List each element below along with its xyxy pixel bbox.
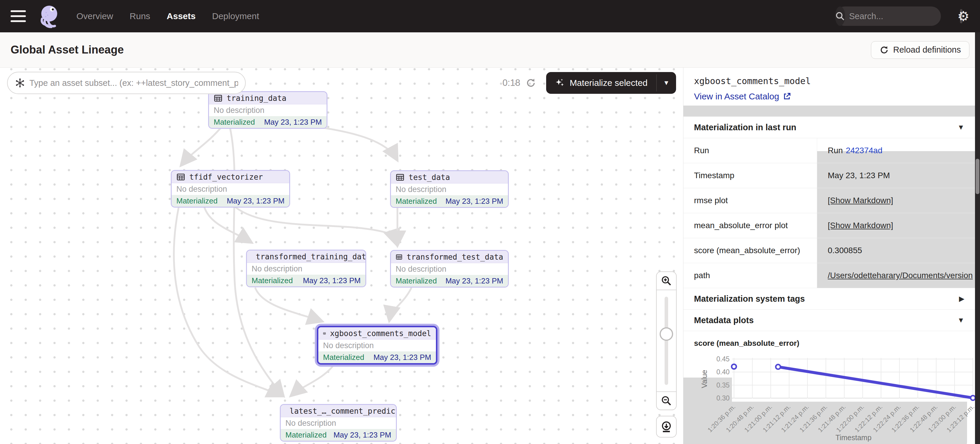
- metadata-link[interactable]: [Show Markdown]: [828, 221, 893, 230]
- run-prefix: Run: [828, 146, 843, 155]
- section-materialization-system-tags[interactable]: Materialization system tags ▶: [683, 288, 975, 310]
- asset-node[interactable]: training_dataNo descriptionMaterializedM…: [208, 91, 328, 129]
- asset-node-footer: MaterializedMay 23, 1:23 PM: [172, 195, 289, 207]
- metadata-value: 0.300855: [817, 238, 975, 263]
- run-id-link[interactable]: 242374ad: [846, 146, 882, 155]
- page-title: Global Asset Lineage: [11, 43, 124, 56]
- asset-node[interactable]: tfidf_vectorizerNo descriptionMaterializ…: [171, 170, 290, 208]
- asset-node-name: tfidf_vectorizer: [189, 173, 263, 181]
- download-image-button[interactable]: [656, 416, 677, 438]
- asset-node-description: No description: [391, 183, 508, 195]
- search-input[interactable]: [845, 11, 960, 21]
- status-badge: Materialized: [251, 276, 293, 285]
- metric-plot[interactable]: 0.300.350.400.451:20:36 p.m.1:20:48 p.m.…: [683, 350, 975, 444]
- metadata-link[interactable]: /Users/odetteharary/Documents/version: [828, 271, 973, 280]
- chevron-down-icon: ▼: [958, 123, 964, 131]
- asset-node-header: transformed_training_data: [247, 250, 365, 263]
- asset-node-description: No description: [172, 183, 289, 195]
- svg-text:0.45: 0.45: [716, 355, 730, 363]
- zoom-out-button[interactable]: [657, 392, 676, 410]
- asset-node-description: No description: [247, 263, 365, 275]
- asset-node-footer: MaterializedMay 23, 1:23 PM: [247, 275, 365, 286]
- nav-item-runs[interactable]: Runs: [130, 11, 150, 21]
- asset-detail-sidebar: xgboost_comments_model View in Asset Cat…: [683, 68, 975, 444]
- asset-node[interactable]: xgboost_comments_modelNo descriptionMate…: [317, 326, 438, 364]
- asset-node-name: latest_…_comment_predictions: [290, 407, 397, 415]
- asset-node-description: No description: [209, 104, 326, 116]
- asset-node-name: training_data: [227, 94, 286, 103]
- materialization-timestamp: May 23, 1:23 PM: [333, 430, 391, 439]
- view-in-asset-catalog-link[interactable]: View in Asset Catalog: [694, 91, 791, 102]
- metadata-value: [Show Markdown]: [817, 188, 975, 213]
- refresh-timer: 0:18: [503, 78, 520, 88]
- asset-node-footer: MaterializedMay 23, 1:23 PM: [209, 116, 326, 128]
- asset-node-header: transformed_test_data: [391, 251, 508, 263]
- refresh-graph-icon[interactable]: [525, 78, 536, 88]
- page-scrollbar[interactable]: [975, 32, 980, 444]
- materialization-timestamp: May 23, 1:23 PM: [227, 196, 285, 205]
- asset-subset-filter[interactable]: [7, 72, 246, 94]
- zoom-controls: [656, 271, 677, 410]
- section-materialization-last-run[interactable]: Materialization in last run ▼: [683, 116, 975, 138]
- global-search[interactable]: /: [835, 6, 941, 26]
- asset-node[interactable]: test_dataNo descriptionMaterializedMay 2…: [390, 170, 509, 208]
- materialization-timestamp: May 23, 1:23 PM: [373, 353, 431, 362]
- status-badge: Materialized: [396, 197, 437, 206]
- metadata-value: [Show Markdown]: [817, 213, 975, 238]
- materialize-selected-button[interactable]: Materialize selected ▼: [546, 72, 676, 94]
- materialization-timestamp: May 23, 1:23 PM: [445, 197, 503, 206]
- asset-node-header: test_data: [391, 171, 508, 183]
- nav-item-deployment[interactable]: Deployment: [212, 11, 259, 21]
- nav-items: OverviewRunsAssetsDeployment: [76, 11, 259, 21]
- asset-subset-input[interactable]: [29, 78, 238, 88]
- nav-item-overview[interactable]: Overview: [76, 11, 113, 21]
- page-header: Global Asset Lineage Reload definitions: [0, 32, 980, 68]
- svg-text:0.35: 0.35: [716, 381, 730, 389]
- gear-icon[interactable]: ⚙: [958, 10, 969, 23]
- metadata-value: /Users/odetteharary/Documents/version: [817, 263, 975, 288]
- metadata-row-timestamp: TimestampMay 23, 1:23 PM: [683, 163, 975, 188]
- asset-node-description: No description: [281, 417, 396, 429]
- materialization-timestamp: May 23, 1:23 PM: [445, 276, 503, 285]
- table-icon: [214, 94, 223, 103]
- asset-node-footer: MaterializedMay 23, 1:23 PM: [391, 275, 508, 287]
- materialization-metadata-table: RunRun242374adTimestampMay 23, 1:23 PMrm…: [683, 138, 975, 288]
- chevron-right-icon: ▶: [959, 294, 964, 303]
- zoom-slider-thumb[interactable]: [660, 327, 673, 341]
- svg-text:0.40: 0.40: [716, 368, 730, 376]
- asset-node-footer: MaterializedMay 23, 1:23 PM: [391, 195, 508, 207]
- asset-node-description: No description: [391, 263, 508, 275]
- metadata-link[interactable]: [Show Markdown]: [828, 196, 893, 205]
- reload-definitions-button[interactable]: Reload definitions: [871, 41, 969, 59]
- materialization-timestamp: May 23, 1:23 PM: [264, 118, 322, 127]
- metadata-label: mean_absolute_error plot: [683, 213, 817, 238]
- metadata-row-rmse-plot: rmse plot[Show Markdown]: [683, 188, 975, 213]
- menu-icon[interactable]: [11, 10, 26, 22]
- dagster-logo-icon[interactable]: [36, 4, 60, 29]
- asset-node[interactable]: transformed_training_dataNo descriptionM…: [246, 250, 366, 287]
- zoom-slider[interactable]: [657, 290, 676, 392]
- refresh-icon: [880, 45, 889, 55]
- metadata-label: Run: [683, 138, 817, 163]
- materialize-options-caret[interactable]: ▼: [657, 72, 676, 94]
- search-icon: [835, 6, 845, 26]
- asset-lineage-canvas[interactable]: training_dataNo descriptionMaterializedM…: [0, 68, 683, 444]
- svg-text:Value: Value: [700, 370, 708, 388]
- selection-highlight-band: [683, 105, 975, 117]
- asset-node[interactable]: transformed_test_dataNo descriptionMater…: [390, 250, 509, 288]
- metadata-row-mean_absolute_error-plot: mean_absolute_error plot[Show Markdown]: [683, 213, 975, 238]
- status-badge: Materialized: [177, 196, 218, 205]
- nav-item-assets[interactable]: Assets: [167, 11, 196, 21]
- table-icon: [323, 329, 326, 338]
- asset-node-name: transformed_test_data: [407, 253, 503, 261]
- chevron-down-icon: ▼: [958, 316, 964, 324]
- metadata-row-path: path/Users/odetteharary/Documents/versio…: [683, 263, 975, 288]
- zoom-in-button[interactable]: [657, 272, 676, 290]
- svg-text:Timestamp: Timestamp: [835, 433, 872, 442]
- materialization-timestamp: May 23, 1:23 PM: [303, 276, 361, 285]
- scrollbar-thumb[interactable]: [975, 159, 979, 194]
- table-icon: [177, 173, 185, 181]
- metadata-value: May 23, 1:23 PM: [817, 163, 975, 188]
- section-metadata-plots[interactable]: Metadata plots ▼: [683, 309, 975, 331]
- asset-node[interactable]: latest_…_comment_predictionsNo descripti…: [280, 404, 397, 442]
